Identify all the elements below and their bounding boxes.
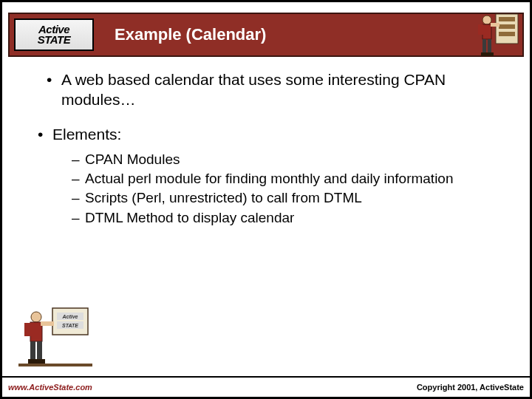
svg-rect-24	[36, 359, 45, 364]
dash-icon: –	[72, 170, 85, 188]
sub-bullet-item: – Scripts (Perl, unrestricted) to call f…	[72, 189, 500, 207]
svg-point-4	[482, 16, 491, 24]
footer-bar: www.ActiveState.com Copyright 2001, Acti…	[2, 376, 530, 397]
svg-rect-25	[18, 364, 92, 366]
dash-icon: –	[72, 151, 85, 168]
header-bar: Active STATE Example (Calendar)	[8, 13, 524, 57]
bullet-dot-icon: •	[47, 70, 61, 110]
svg-rect-23	[28, 359, 37, 364]
bullet-dot-icon: •	[38, 125, 52, 145]
svg-rect-11	[487, 52, 494, 56]
logo-text-line2: STATE	[38, 35, 70, 45]
svg-rect-6	[478, 24, 483, 35]
footer-url: www.ActiveState.com	[8, 383, 92, 392]
svg-rect-22	[37, 341, 42, 361]
sub-bullet-item: – DTML Method to display calendar	[72, 209, 500, 227]
bullet-item: • A web based calendar that uses some in…	[47, 70, 500, 110]
bullet-text: Elements:	[52, 125, 500, 145]
svg-rect-20	[24, 323, 31, 336]
sub-bullet-text: CPAN Modules	[85, 151, 500, 168]
dash-icon: –	[72, 209, 85, 227]
svg-rect-7	[491, 23, 499, 27]
bullet-item: • Elements:	[38, 125, 500, 145]
activestate-logo: Active STATE	[14, 18, 94, 51]
dash-icon: –	[72, 189, 85, 207]
sub-bullet-item: – Actual perl module for finding monthly…	[72, 170, 500, 188]
svg-text:STATE: STATE	[62, 323, 78, 328]
svg-rect-9	[488, 39, 491, 54]
svg-rect-19	[41, 321, 54, 326]
svg-rect-8	[482, 39, 486, 54]
sub-bullet-text: Actual perl module for finding monthly a…	[85, 170, 500, 188]
svg-rect-10	[481, 52, 488, 56]
svg-rect-5	[482, 24, 491, 39]
bullet-text: A web based calendar that uses some inte…	[61, 70, 500, 110]
slide-title: Example (Calendar)	[115, 25, 266, 44]
copyright-text: Copyright 2001, ActiveState	[417, 383, 524, 392]
svg-rect-1	[499, 17, 515, 21]
sub-bullet-group: – CPAN Modules – Actual perl module for …	[72, 151, 500, 227]
svg-rect-21	[30, 341, 35, 361]
svg-rect-2	[499, 24, 515, 29]
svg-point-17	[31, 312, 41, 322]
worker-with-sign-icon: Active STATE	[18, 304, 92, 370]
svg-text:Active: Active	[61, 314, 78, 319]
worker-figure-icon	[474, 10, 519, 60]
sub-bullet-text: Scripts (Perl, unrestricted) to call fro…	[85, 189, 500, 207]
svg-rect-18	[30, 322, 42, 341]
svg-rect-3	[499, 32, 515, 36]
sub-bullet-text: DTML Method to display calendar	[85, 209, 500, 227]
sub-bullet-item: – CPAN Modules	[72, 151, 500, 168]
slide: Active STATE Example (Calendar) •	[0, 0, 532, 399]
content-area: • A web based calendar that uses some in…	[47, 70, 500, 228]
